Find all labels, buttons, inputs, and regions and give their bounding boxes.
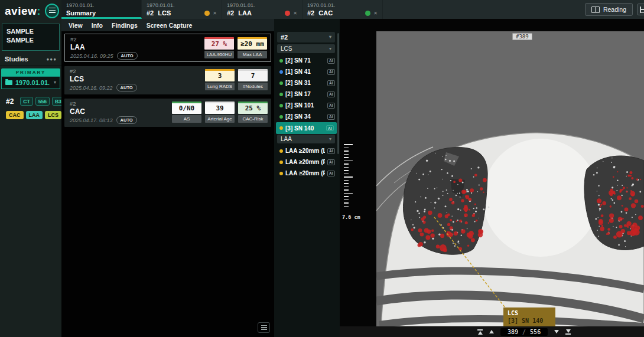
scale-label: 7.6 cm [342, 214, 360, 220]
metric-label: CAC-Risk [238, 115, 268, 123]
tab-label: Summary [66, 9, 136, 17]
layout-list-button[interactable] [258, 322, 270, 333]
card-series: #2 [70, 36, 138, 43]
finding-item[interactable]: [2] SN 34 AI [274, 111, 340, 122]
menu-view[interactable]: View [69, 22, 83, 29]
tab-series: #2 [147, 9, 154, 17]
status-dot-icon [279, 149, 283, 153]
ai-badge: AI [327, 148, 336, 154]
summary-card-cac[interactable]: #2 CAC 2025.04.17. 08:13 AUTO 0/N0 AS 39… [64, 99, 271, 127]
findings-panel: #2 ▾ LCS ▾ [2] SN 71 AI [1] SN 41 AI [2]… [274, 19, 340, 337]
ct-viewer[interactable]: #389 7.6 cm LCS [3] SN 140 389 / 556 [340, 19, 644, 337]
series-select[interactable]: #2 ▾ [277, 32, 335, 42]
laa-badge[interactable]: LAA [26, 111, 43, 119]
studies-header: Studies ●●● [0, 51, 61, 66]
slice-number-label: #389 [512, 33, 532, 40]
finding-label: LAA ≥20mm (L... [285, 148, 325, 154]
menu-findings[interactable]: Findings [112, 22, 138, 29]
close-icon[interactable]: ✕ [373, 11, 378, 16]
close-icon[interactable]: ✕ [293, 11, 297, 16]
laa-select-value: LAA [281, 136, 292, 142]
status-dot-icon [279, 59, 283, 63]
next-slice-button[interactable] [554, 330, 559, 333]
ai-badge: AI [326, 125, 334, 131]
finding-label: [2] SN 17 [285, 91, 325, 97]
status-dot-icon [279, 161, 283, 164]
status-dot-icon [279, 172, 283, 175]
ai-badge: AI [327, 103, 336, 109]
ct-image[interactable] [376, 31, 644, 326]
tab-label: CAC [318, 9, 365, 17]
metric-value: 3 [205, 69, 235, 81]
ai-badge: AI [327, 58, 336, 64]
lcs-group-select[interactable]: LCS ▾ [277, 44, 335, 53]
study-row[interactable]: 1970.01.01. ▾ [1, 76, 60, 89]
card-metrics: 0/N0 AS 39 Arterial Age 25 % CAC-Risk [172, 102, 268, 123]
analysis-badges: CAC LAA LCS [0, 106, 61, 119]
ai-badge: AI [327, 91, 336, 97]
laa-group-select[interactable]: LAA ▾ [277, 135, 335, 143]
finding-item[interactable]: LAA ≥20mm (L... AI [274, 145, 340, 156]
metric-label: Arterial Age [205, 115, 235, 123]
chevron-down-icon[interactable]: ▾ [54, 80, 56, 85]
more-icon[interactable]: ●●● [47, 57, 57, 62]
close-icon[interactable]: ✕ [213, 11, 217, 16]
tab-summary[interactable]: 1970.01.01. Summary [61, 0, 142, 19]
series-select-value: #2 [281, 34, 288, 41]
tab-lcs[interactable]: 1970.01.01. #2 LCS ✕ [142, 0, 222, 19]
tab-series: #2 [227, 9, 234, 17]
finding-label: [2] SN 31 [285, 80, 325, 86]
finding-item-selected[interactable]: [3] SN 140 AI [276, 122, 337, 134]
card-metrics: 3 Lung RADS 7 #Nodules [205, 69, 268, 90]
card-title: CAC [70, 107, 137, 116]
metric-cac-risk: 25 % CAC-Risk [238, 102, 268, 123]
worklist-icon[interactable] [45, 4, 59, 18]
finding-item[interactable]: [2] SN 17 AI [274, 89, 340, 100]
slice-current: 389 [508, 329, 518, 335]
list-icon [261, 325, 267, 330]
reading-button[interactable]: Reading [585, 3, 633, 16]
slice-counter: 389 / 556 [500, 328, 548, 336]
series-row[interactable]: #2 CT 556 B30f [0, 89, 61, 106]
tab-date: 1970.01.01. [147, 2, 217, 9]
tab-label: LAA [238, 9, 285, 17]
finding-item[interactable]: [2] SN 31 AI [274, 77, 340, 89]
last-slice-button[interactable] [565, 329, 571, 335]
card-title: LCS [70, 75, 137, 83]
metric-as: 0/N0 AS [172, 102, 201, 123]
menu-screen-capture[interactable]: Screen Capture [147, 22, 193, 29]
book-icon [591, 6, 600, 13]
patient-box[interactable]: SAMPLE SAMPLE [2, 24, 60, 51]
app-logo: aview: [0, 0, 61, 21]
save-button[interactable] [637, 4, 644, 15]
header-buttons: Reading [585, 0, 644, 19]
annotation-title: LCS [508, 309, 551, 317]
summary-card-laa[interactable]: #2 LAA 2025.04.16. 09:25 AUTO 27 % LAA-9… [64, 34, 271, 62]
finding-item[interactable]: [2] SN 101 AI [274, 100, 340, 111]
findings-scrollbar[interactable] [337, 33, 339, 154]
finding-item[interactable]: LAA ≥20mm (R... AI [274, 156, 340, 168]
menu-info[interactable]: Info [92, 22, 103, 29]
lcs-badge[interactable]: LCS [45, 111, 61, 119]
finding-item[interactable]: [2] SN 71 AI [274, 55, 340, 66]
tab-cac[interactable]: 1970.01.01. #2 CAC ✕ [303, 0, 383, 19]
metric-arterial-age: 39 Arterial Age [205, 102, 235, 123]
metric-laa950: 27 % LAA-950HU [204, 37, 234, 58]
auto-badge: AUTO [116, 84, 137, 91]
finding-item[interactable]: LAA ≥20mm (R... AI [274, 168, 340, 179]
tab-series: #2 [307, 9, 314, 17]
tab-laa[interactable]: 1970.01.01. #2 LAA ✕ [222, 0, 303, 19]
tab-date: 1970.01.01. [227, 2, 297, 9]
status-dot-icon [279, 81, 283, 85]
finding-item[interactable]: [1] SN 41 AI [274, 66, 340, 77]
cac-badge[interactable]: CAC [6, 111, 24, 119]
first-slice-button[interactable] [477, 329, 483, 335]
status-dot-icon [279, 115, 283, 119]
previous-slice-button[interactable] [489, 330, 494, 333]
reading-button-label: Reading [603, 6, 626, 13]
finding-annotation: LCS [3] SN 140 [503, 307, 555, 326]
ai-badge: AI [327, 159, 336, 165]
auto-badge: AUTO [117, 52, 138, 60]
summary-card-lcs[interactable]: #2 LCS 2025.04.16. 09:22 AUTO 3 Lung RAD… [64, 66, 271, 94]
finding-label: [1] SN 41 [285, 68, 325, 75]
